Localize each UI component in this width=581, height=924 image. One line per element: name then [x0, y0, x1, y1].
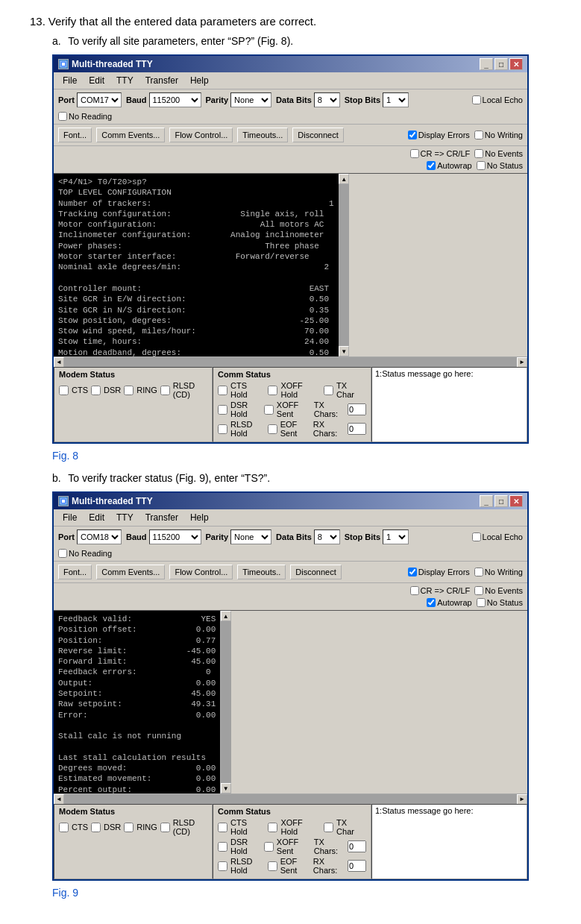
fig8-modem-ring[interactable]: [124, 386, 134, 395]
fig9-comm-txchar[interactable]: [324, 823, 333, 832]
fig9-localecho-checkbox[interactable]: [472, 532, 481, 541]
fig9-flowcontrol-button[interactable]: Flow Control...: [169, 565, 233, 579]
fig8-restore-button[interactable]: □: [494, 58, 508, 70]
fig8-autowrap-checkbox[interactable]: [427, 161, 436, 170]
fig8-scroll-down[interactable]: ▼: [339, 346, 349, 356]
fig8-menu-help[interactable]: Help: [184, 74, 215, 87]
fig9-baud-select[interactable]: 115200: [149, 529, 201, 544]
fig8-comm-eofsent[interactable]: [268, 424, 277, 434]
fig9-comm-eofsent[interactable]: [268, 861, 277, 871]
fig8-modem-rlsd[interactable]: [160, 386, 170, 395]
fig9-comm-rlsdhold[interactable]: [218, 861, 227, 871]
fig8-menu-edit[interactable]: Edit: [83, 74, 110, 87]
fig9-stopbits-select[interactable]: 1: [383, 529, 409, 544]
fig9-noevents-checkbox[interactable]: [474, 586, 483, 595]
fig9-hscroll-track[interactable]: [64, 794, 517, 805]
fig8-comm-txchars-input[interactable]: [348, 403, 366, 415]
fig8-hscroll-right[interactable]: ►: [517, 357, 527, 368]
fig8-stopbits-select[interactable]: 1: [383, 92, 409, 107]
fig9-disconnect-button[interactable]: Disconnect: [290, 565, 341, 579]
fig9-comm-dsrhold[interactable]: [218, 842, 227, 852]
fig8-databits-select[interactable]: 8: [314, 92, 340, 107]
fig9-restore-button[interactable]: □: [494, 495, 508, 507]
fig8-hscrollbar[interactable]: ◄ ►: [54, 356, 527, 367]
fig9-font-button[interactable]: Font...: [58, 565, 92, 579]
fig9-databits-select[interactable]: 8: [314, 529, 340, 544]
fig8-timeouts-button[interactable]: Timeouts...: [237, 128, 288, 142]
fig8-disconnect-button[interactable]: Disconnect: [292, 128, 343, 142]
fig9-comm-txchars-input[interactable]: [348, 840, 366, 852]
fig9-port-group: Port COM18: [58, 529, 122, 544]
fig8-menu-transfer[interactable]: Transfer: [139, 74, 184, 87]
fig9-menu-tty[interactable]: TTY: [110, 511, 139, 524]
fig9-menu-file[interactable]: File: [57, 511, 83, 524]
fig9-commevents-button[interactable]: Comm Events...: [96, 565, 165, 579]
fig9-modem-cts[interactable]: [59, 823, 69, 832]
fig9-comm-ctshold[interactable]: [218, 823, 227, 832]
fig8-parity-select[interactable]: None: [230, 92, 271, 107]
fig8-comm-txchar[interactable]: [324, 386, 333, 395]
fig8-comm-xoffsent[interactable]: [264, 405, 274, 415]
fig8-localecho-checkbox[interactable]: [472, 95, 481, 104]
fig8-comm-xoffhold[interactable]: [268, 386, 277, 395]
fig8-commevents-button[interactable]: Comm Events...: [96, 128, 165, 142]
fig9-hscroll-left[interactable]: ◄: [54, 794, 64, 805]
fig8-terminal[interactable]: <P4/N1> T0/T20>sp? TOP LEVEL CONFIGURATI…: [54, 174, 339, 356]
fig9-hscrollbar[interactable]: ◄ ►: [54, 793, 527, 804]
fig9-port-select[interactable]: COM18: [77, 529, 122, 544]
fig9-modem-rlsd[interactable]: [160, 823, 170, 832]
fig8-comm-rlsdhold[interactable]: [218, 424, 227, 434]
fig8-menu-file[interactable]: File: [57, 74, 83, 87]
fig9-menu-transfer[interactable]: Transfer: [139, 511, 184, 524]
fig8-nowriting-checkbox[interactable]: [474, 131, 483, 139]
fig9-nostatus-checkbox[interactable]: [477, 598, 486, 607]
fig8-noreading-checkbox[interactable]: [58, 112, 67, 121]
fig8-close-button[interactable]: ✕: [509, 58, 523, 70]
fig8-window: Multi-threaded TTY _ □ ✕ File Edit TTY T…: [52, 54, 529, 444]
fig8-nostatus-checkbox[interactable]: [477, 161, 486, 170]
fig9-comm-xoffhold[interactable]: [268, 823, 277, 832]
fig8-port-select[interactable]: COM17: [77, 92, 122, 107]
fig8-comm-rxchars-input[interactable]: [348, 423, 366, 435]
fig8-comm-ctshold[interactable]: [218, 386, 227, 395]
fig9-hscroll-right[interactable]: ►: [517, 794, 527, 805]
fig8-modem-cts[interactable]: [59, 386, 69, 395]
fig9-menu-help[interactable]: Help: [184, 511, 215, 524]
fig9-autowrap-checkbox[interactable]: [427, 598, 436, 607]
fig9-scroll-up[interactable]: ▲: [221, 611, 231, 621]
fig9-comm-status: Comm Status CTS Hold XOFF Hold TX Char D…: [213, 804, 371, 879]
fig8-font-button[interactable]: Font...: [58, 128, 92, 142]
fig9-timeouts-button[interactable]: Timeouts..: [237, 565, 286, 579]
fig8-crcrlf-checkbox[interactable]: [410, 149, 419, 158]
fig9-check-nostatus: No Status: [477, 598, 523, 607]
fig8-baud-select[interactable]: 115200: [149, 92, 201, 107]
fig8-displayerrors-checkbox[interactable]: [408, 131, 417, 139]
fig9-terminal[interactable]: Feedback valid: YES Position offset: 0.0…: [54, 611, 220, 793]
fig9-parity-select[interactable]: None: [230, 529, 271, 544]
fig8-modem-dsr[interactable]: [91, 386, 101, 395]
fig8-minimize-button[interactable]: _: [480, 58, 493, 70]
fig8-vscrollbar[interactable]: ▲ ▼: [339, 174, 349, 356]
fig8-hscroll-left[interactable]: ◄: [54, 357, 64, 368]
fig8-menu-tty[interactable]: TTY: [110, 74, 139, 87]
fig9-comm-xoffsent[interactable]: [264, 842, 274, 852]
fig8-noevents-checkbox[interactable]: [474, 149, 483, 158]
fig8-scroll-up[interactable]: ▲: [339, 174, 349, 184]
fig8-comm-dsrhold[interactable]: [218, 405, 227, 415]
fig8-flowcontrol-button[interactable]: Flow Control...: [169, 128, 233, 142]
fig8-scroll-track[interactable]: [339, 184, 349, 346]
fig9-modem-dsr[interactable]: [91, 823, 101, 832]
fig9-scroll-track[interactable]: [221, 621, 231, 783]
fig9-nowriting-checkbox[interactable]: [474, 568, 483, 576]
fig9-scroll-down[interactable]: ▼: [221, 783, 231, 793]
fig8-hscroll-track[interactable]: [64, 357, 517, 368]
fig9-minimize-button[interactable]: _: [480, 495, 493, 507]
fig9-vscrollbar[interactable]: ▲ ▼: [220, 611, 230, 793]
fig9-comm-rxchars-input[interactable]: [348, 860, 366, 872]
fig9-noreading-checkbox[interactable]: [58, 549, 67, 558]
fig9-crcrlf-checkbox[interactable]: [410, 586, 419, 595]
fig9-menu-edit[interactable]: Edit: [83, 511, 110, 524]
fig9-displayerrors-checkbox[interactable]: [408, 568, 417, 576]
fig9-modem-ring[interactable]: [124, 823, 134, 832]
fig9-close-button[interactable]: ✕: [509, 495, 523, 507]
